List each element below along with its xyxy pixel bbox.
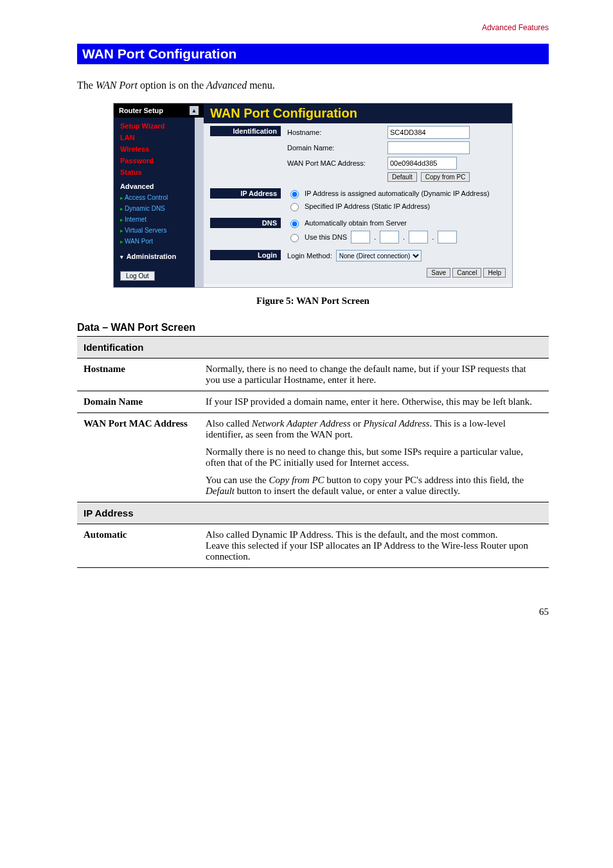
dns-octet-1[interactable] xyxy=(351,231,370,244)
nav-lan[interactable]: LAN xyxy=(120,134,135,141)
mac-label: WAN Port MAC Address: xyxy=(287,159,384,167)
ip-dynamic-label: IP Address is assigned automatically (Dy… xyxy=(305,190,490,197)
nav-administration-group[interactable]: ▾ Administration xyxy=(120,252,176,260)
cancel-button[interactable]: Cancel xyxy=(452,268,481,278)
dns-octet-3[interactable] xyxy=(409,231,428,244)
nav-internet[interactable]: Internet xyxy=(125,216,147,223)
automatic-key: Automatic xyxy=(77,524,199,568)
nav-virtual-servers[interactable]: Virtual Servers xyxy=(125,227,166,234)
nav-password[interactable]: Password xyxy=(120,157,154,164)
wan-port-screenshot: Router Setup ▲ Setup Wizard LAN Wireless… xyxy=(113,103,513,288)
automatic-desc: Also called Dynamic IP Address. This is … xyxy=(199,524,549,568)
data-table: Identification Hostname Normally, there … xyxy=(77,336,549,568)
mac-key: WAN Port MAC Address xyxy=(77,413,199,502)
dns-use-label: Use this DNS xyxy=(305,233,347,241)
domain-label: Domain Name: xyxy=(287,144,384,152)
hostname-desc: Normally, there is no need to change the… xyxy=(199,359,549,391)
ip-static-label: Specified IP Address (Static IP Address) xyxy=(305,202,430,210)
mac-input[interactable] xyxy=(387,157,457,170)
dns-octet-2[interactable] xyxy=(380,231,399,244)
data-section-title: Data – WAN Port Screen xyxy=(77,322,549,333)
copy-from-pc-button[interactable]: Copy from PC xyxy=(421,172,470,182)
page-number: 65 xyxy=(77,607,549,617)
chevron-right-icon: ▸ xyxy=(120,217,123,223)
chevron-right-icon: ▸ xyxy=(120,238,123,245)
domain-input[interactable] xyxy=(387,141,470,154)
router-setup-titlebar: Router Setup ▲ xyxy=(114,103,204,118)
logout-button[interactable]: Log Out xyxy=(120,271,155,281)
nav-access-control[interactable]: Access Control xyxy=(125,194,168,201)
domain-key: Domain Name xyxy=(77,391,199,413)
chevron-right-icon: ▸ xyxy=(120,227,123,234)
help-button[interactable]: Help xyxy=(483,268,506,278)
save-button[interactable]: Save xyxy=(427,268,450,278)
nav-wan-port[interactable]: WAN Port xyxy=(125,238,153,245)
login-method-label: Login Method: xyxy=(287,252,332,260)
dns-use-radio[interactable] xyxy=(290,234,299,242)
scroll-up-icon[interactable]: ▲ xyxy=(190,106,199,115)
section-title-bar: WAN Port Configuration xyxy=(77,44,549,64)
chevron-right-icon: ▸ xyxy=(120,195,123,201)
dns-section-label: DNS xyxy=(210,218,281,228)
domain-desc: If your ISP provided a domain name, ente… xyxy=(199,391,549,413)
table-section-identification: Identification xyxy=(77,337,549,359)
nav-advanced-group[interactable]: Advanced xyxy=(120,182,154,190)
ip-static-radio[interactable] xyxy=(290,203,299,211)
panel-title: WAN Port Configuration xyxy=(204,103,512,123)
nav-wireless[interactable]: Wireless xyxy=(120,145,149,153)
dns-auto-radio[interactable] xyxy=(290,220,299,228)
hostname-label: Hostname: xyxy=(287,128,384,136)
ip-dynamic-radio[interactable] xyxy=(290,190,299,199)
chevron-right-icon: ▸ xyxy=(120,206,123,212)
login-section-label: Login xyxy=(210,250,281,260)
nav-status[interactable]: Status xyxy=(120,168,142,176)
hostname-input[interactable] xyxy=(387,126,470,139)
default-button[interactable]: Default xyxy=(387,172,417,182)
login-method-select[interactable]: None (Direct connection) xyxy=(336,250,422,261)
table-section-ip: IP Address xyxy=(77,502,549,524)
intro-paragraph: The WAN Port option is on the Advanced m… xyxy=(77,80,549,91)
identification-section-label: Identification xyxy=(210,126,281,136)
arrow-down-icon: ▾ xyxy=(120,254,123,260)
nav-dynamic-dns[interactable]: Dynamic DNS xyxy=(125,205,165,212)
figure-caption: Figure 5: WAN Port Screen xyxy=(77,296,549,306)
ip-section-label: IP Address xyxy=(210,188,281,199)
hostname-key: Hostname xyxy=(77,359,199,391)
nav-setup-wizard[interactable]: Setup Wizard xyxy=(120,122,165,130)
mac-desc: Also called Network Adapter Address or P… xyxy=(199,413,549,502)
dns-octet-4[interactable] xyxy=(438,231,457,244)
page-header-breadcrumb: Advanced Features xyxy=(77,23,549,32)
dns-auto-label: Automatically obtain from Server xyxy=(305,219,407,227)
router-setup-title: Router Setup xyxy=(119,107,163,114)
